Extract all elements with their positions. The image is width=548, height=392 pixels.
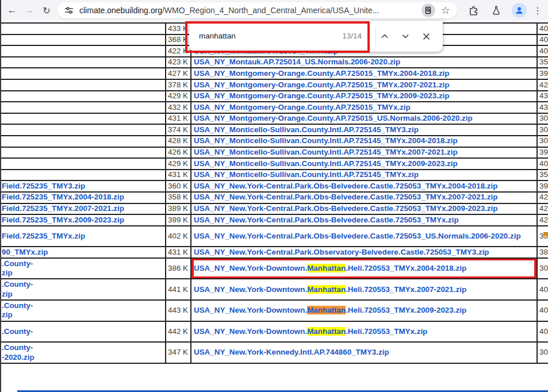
file-link[interactable]: USA_NY_Montgomery-Orange.County.AP.72501… (191, 102, 537, 113)
table-row: 429 K USA_NY_Monticello-Sullivan.County.… (1, 158, 548, 170)
find-close-button[interactable] (418, 28, 434, 44)
find-in-page-indicator-icon[interactable] (421, 3, 435, 17)
site-info-icon[interactable] (64, 6, 74, 15)
file-link-left-clipped[interactable]: 90_TMYx.zip (1, 247, 166, 258)
file-link-text: USA_NY_Montgomery-Orange.County.AP.72501… (194, 80, 450, 89)
find-input[interactable]: manhattan (199, 32, 236, 40)
file-link[interactable]: USA_NY_Montgomery-Orange.County.AP.72501… (191, 68, 537, 79)
back-icon: ← (7, 5, 17, 16)
file-link[interactable]: USA_NY_Monticello-Sullivan.County.Intl.A… (191, 124, 537, 136)
experiments-flask-icon[interactable] (488, 2, 505, 19)
avatar-icon (512, 3, 527, 18)
file-size: 426 K (166, 147, 191, 159)
address-bar[interactable]: climate.onebuilding.org/WMO_Region_4_Nor… (58, 2, 457, 18)
file-link-left-clipped[interactable] (1, 136, 166, 147)
file-listing-table: 433 K 40 368 K 40 422 K USA_NY_Montauk.A… (0, 22, 548, 364)
file-link[interactable]: USA_NY_Montgomery-Orange.County.AP.72501… (191, 113, 537, 125)
file-link[interactable]: USA_NY_New.York-Central.Park.Obs-Belvede… (191, 226, 537, 247)
file-link-left-clipped[interactable] (1, 57, 166, 68)
file-size: 428 K (166, 136, 191, 147)
browser-toolbar: ← → ↻ climate.onebuilding.org/WMO_Region… (0, 0, 548, 21)
file-link[interactable]: USA_NY_New.York-Kennedy.Intl.AP.744860_T… (191, 342, 537, 363)
table-row: 432 K USA_NY_Montgomery-Orange.County.AP… (1, 102, 548, 113)
file-link[interactable]: USA_NY_Monticello-Sullivan.County.Intl.A… (191, 136, 537, 147)
file-link-left-clipped[interactable]: .County- zip (1, 300, 166, 321)
file-link-left-clipped[interactable]: Field.725235_TMYx.2004-2018.zip (1, 192, 166, 203)
find-previous-button[interactable] (377, 28, 393, 44)
file-link-left-clipped[interactable] (1, 79, 166, 91)
file-link-text: USA_NY_Montauk.AP.725014_US.Normals.2006… (194, 57, 400, 66)
file-link[interactable]: USA_NY_New.York-Downtown.Manhattan.Heli.… (191, 279, 537, 300)
forward-button[interactable]: → (21, 2, 38, 19)
file-link[interactable]: USA_NY_New.York-Central.Park.Obs-Belvede… (191, 203, 537, 215)
forward-icon: → (25, 5, 35, 16)
file-size-clipped: 30 (537, 124, 548, 136)
find-match-highlight: Manhattan (307, 285, 346, 294)
file-link-text: USA_NY_Monticello-Sullivan.County.Intl.A… (194, 136, 458, 145)
table-row: Field.725235_TMYx.2004-2018.zip 358 K US… (1, 192, 548, 203)
reload-button[interactable]: ↻ (38, 2, 55, 19)
profile-avatar[interactable] (511, 2, 528, 19)
table-row: 427 K USA_NY_Montgomery-Orange.County.AP… (1, 68, 548, 79)
file-link[interactable]: USA_NY_New.York-Central.Park.Obs-Belvede… (191, 180, 537, 192)
file-link[interactable]: USA_NY_New.York-Downtown.Manhattan.Heli.… (191, 258, 537, 279)
file-link-left-clipped[interactable] (1, 158, 166, 170)
url-path: /WMO_Region_4_North_and_Central_America/… (162, 6, 379, 15)
file-link[interactable]: USA_NY_New.York-Downtown.Manhattan.Heli.… (191, 321, 537, 343)
file-link[interactable]: USA_NY_Monticello-Sullivan.County.Intl.A… (191, 158, 537, 170)
file-link-left-clipped[interactable] (1, 124, 166, 136)
find-next-button[interactable] (397, 28, 413, 44)
file-link-text: USA_NY_New.York-Downtown. (194, 264, 307, 272)
chevron-down-icon (401, 32, 409, 40)
file-link[interactable]: USA_NY_Monticello-Sullivan.County.Intl.A… (191, 170, 537, 181)
file-link-left-clipped[interactable] (1, 45, 166, 57)
file-link-text: USA_NY_New.York-Central.Park.Observatory… (194, 248, 489, 256)
file-size-clipped: 40 (537, 279, 548, 300)
file-link[interactable]: USA_NY_Montgomery-Orange.County.AP.72501… (191, 79, 537, 91)
file-link-left-clipped[interactable]: Field.725235_TMYx.2007-2021.zip (1, 203, 166, 215)
extensions-icon[interactable] (465, 2, 482, 19)
file-link-text: .Heli.720553_TMYx.2004-2018.zip (346, 264, 466, 272)
file-link[interactable]: USA_NY_Monticello-Sullivan.County.Intl.A… (191, 147, 537, 159)
file-size: 378 K (166, 79, 191, 91)
file-link-left-clipped[interactable] (1, 91, 166, 102)
file-link-left-clipped[interactable]: Field.725235_TMYx.2009-2023.zip (1, 214, 166, 226)
file-link-left-clipped[interactable] (1, 102, 166, 113)
file-link[interactable]: USA_NY_New.York-Central.Park.Obs-Belvede… (191, 214, 537, 226)
file-link-left-clipped[interactable] (1, 68, 166, 79)
file-link[interactable]: USA_NY_Montgomery-Orange.County.AP.72501… (191, 91, 537, 102)
file-link-left-clipped[interactable]: .County- zip (1, 279, 166, 300)
file-link-text: USA_NY_New.York-Kennedy.Intl.AP.744860_T… (194, 348, 389, 356)
file-size-clipped: 43 (537, 102, 548, 113)
table-row: Field.725235_TMYx.2007-2021.zip 389 K US… (1, 203, 548, 215)
file-size: 368 K (166, 34, 191, 46)
file-size: 429 K (166, 158, 191, 170)
back-button[interactable]: ← (3, 2, 21, 19)
file-link-text: USA_NY_Montgomery-Orange.County.AP.72501… (194, 91, 450, 100)
file-size: 442 K (166, 321, 191, 343)
file-link-left-clipped[interactable]: .County- zip (1, 258, 166, 279)
file-link-left-clipped[interactable]: Field.725235_TMY3.zip (1, 180, 166, 192)
file-link-left-clipped[interactable]: .County- -2020.zip (1, 342, 166, 363)
file-link-left-clipped[interactable]: Field.725235_TMYx.zip (1, 226, 166, 247)
file-link-left-clipped[interactable] (1, 23, 166, 34)
file-link[interactable]: USA_NY_Montauk.AP.725014_US.Normals.2006… (191, 57, 537, 68)
table-row: .County- zip 386 K USA_NY_New.York-Downt… (1, 258, 548, 279)
file-size-clipped: 40 (537, 23, 548, 34)
table-row: Field.725235_TMY3.zip 360 K USA_NY_New.Y… (1, 180, 548, 192)
file-link[interactable]: USA_NY_New.York-Central.Park.Obs-Belvede… (191, 192, 537, 203)
file-link-left-clipped[interactable]: .County- (1, 321, 166, 343)
file-link-left-clipped[interactable] (1, 170, 166, 181)
file-link-left-clipped[interactable] (1, 147, 166, 159)
find-match-highlight: Manhattan (307, 306, 346, 314)
file-link-left-clipped[interactable] (1, 34, 166, 46)
bookmark-star-icon[interactable]: ☆ (439, 4, 453, 17)
file-link[interactable]: USA_NY_New.York-Central.Park.Observatory… (191, 247, 537, 258)
file-size-clipped: 42 (537, 192, 548, 203)
file-size-clipped: 35 (537, 57, 548, 68)
browser-menu-icon[interactable]: ⋮ (532, 2, 543, 19)
file-link[interactable]: USA_NY_New.York-Downtown.Manhattan.Heli.… (191, 300, 537, 321)
find-match-highlight: Manhattan (307, 264, 346, 272)
file-link-left-clipped[interactable] (1, 113, 166, 125)
file-size-clipped: 30 (537, 342, 548, 363)
